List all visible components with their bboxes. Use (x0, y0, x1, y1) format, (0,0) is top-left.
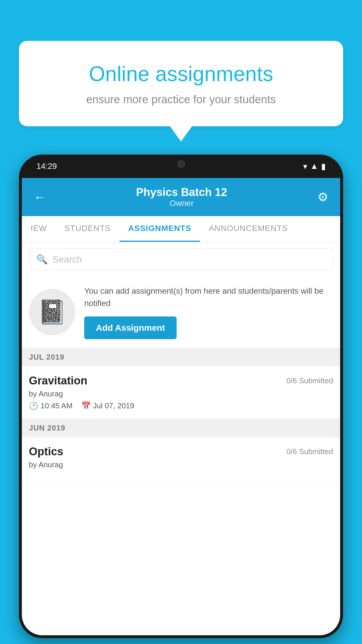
phone-screen: ← Physics Batch 12 Owner ⚙ IEW STUDENTS … (22, 178, 340, 635)
signal-icon: ▲ (310, 162, 318, 171)
camera-dot (177, 160, 185, 168)
assignment-by: by Anurag (29, 389, 333, 398)
phone-frame: 14:29 ▾ ▲ ▮ ← Physics Batch 12 Owner ⚙ I… (19, 155, 343, 638)
header-center: Physics Batch 12 Owner (136, 186, 227, 208)
search-container: 🔍 Search (22, 242, 340, 276)
assignment-meta: 🕐 10:45 AM 📅 Jul 07, 2019 (29, 401, 333, 410)
assignment-item-optics[interactable]: Optics 0/6 Submitted by Anurag (22, 437, 340, 481)
app-header: ← Physics Batch 12 Owner ⚙ (22, 178, 340, 216)
assignment-name-optics: Optics (29, 445, 63, 458)
section-header-jun: JUN 2019 (22, 419, 340, 437)
bubble-title: Online assignments (42, 61, 320, 86)
speech-bubble: Online assignments ensure more practice … (19, 41, 343, 126)
speech-bubble-container: Online assignments ensure more practice … (19, 41, 343, 126)
assignment-top-row-optics: Optics 0/6 Submitted (29, 445, 333, 458)
gear-icon[interactable]: ⚙ (317, 190, 328, 204)
tab-iew[interactable]: IEW (22, 216, 56, 242)
wifi-icon: ▾ (303, 162, 307, 171)
add-assignment-button[interactable]: Add Assignment (84, 316, 177, 339)
phone-notch (155, 155, 207, 172)
assignment-date: 📅 Jul 07, 2019 (81, 401, 134, 410)
assignment-time: 🕐 10:45 AM (29, 401, 73, 410)
tab-assignments[interactable]: ASSIGNMENTS (120, 216, 200, 242)
assignment-by-optics: by Anurag (29, 460, 333, 469)
header-title: Physics Batch 12 (136, 186, 227, 199)
battery-icon: ▮ (321, 162, 326, 171)
phone-top-bar: 14:29 ▾ ▲ ▮ (19, 155, 343, 178)
status-icons: ▾ ▲ ▮ (303, 162, 326, 171)
notebook-icon-circle: 📓 (29, 289, 75, 335)
status-time: 14:29 (36, 162, 57, 171)
bubble-subtitle: ensure more practice for your students (42, 93, 320, 106)
assignment-submitted: 0/6 Submitted (287, 376, 333, 385)
time-value: 10:45 AM (41, 401, 73, 410)
info-description: You can add assignment(s) from here and … (84, 285, 333, 309)
tab-announcements[interactable]: ANNOUNCEMENTS (200, 216, 296, 242)
section-header-jul: JUL 2019 (22, 348, 340, 366)
search-bar[interactable]: 🔍 Search (29, 248, 333, 270)
clock-icon: 🕐 (29, 401, 38, 410)
notebook-icon: 📓 (38, 298, 67, 326)
assignment-top-row: Gravitation 0/6 Submitted (29, 374, 333, 387)
search-icon: 🔍 (36, 254, 48, 265)
assignment-submitted-optics: 0/6 Submitted (287, 447, 333, 456)
calendar-icon: 📅 (81, 401, 91, 410)
date-value: Jul 07, 2019 (93, 401, 134, 410)
tab-students[interactable]: STUDENTS (56, 216, 120, 242)
header-subtitle: Owner (136, 199, 227, 208)
back-button[interactable]: ← (34, 190, 46, 204)
assignment-name: Gravitation (29, 374, 87, 387)
assignment-item-gravitation[interactable]: Gravitation 0/6 Submitted by Anurag 🕐 10… (22, 366, 340, 419)
info-text-area: You can add assignment(s) from here and … (84, 285, 333, 339)
tabs-container: IEW STUDENTS ASSIGNMENTS ANNOUNCEMENTS (22, 216, 340, 242)
info-card: 📓 You can add assignment(s) from here an… (22, 276, 340, 348)
search-input[interactable]: Search (52, 254, 82, 265)
